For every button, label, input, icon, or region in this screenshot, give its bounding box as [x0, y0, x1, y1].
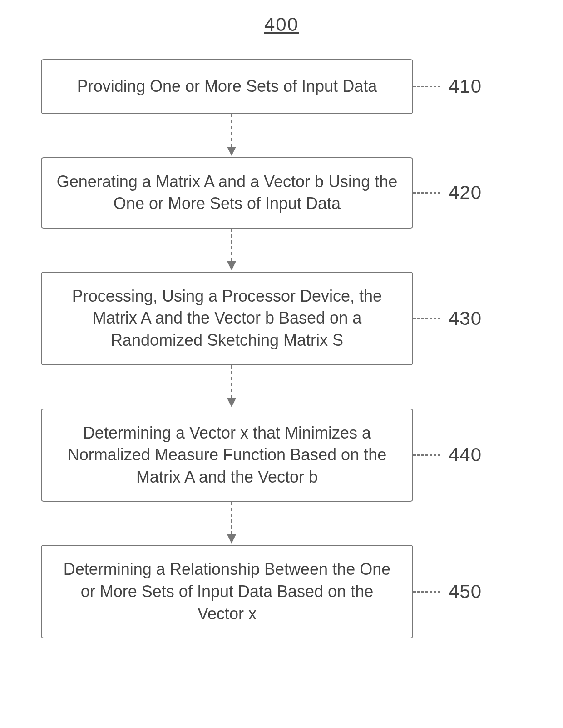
step-id-410: 410 — [449, 75, 482, 97]
leader-line — [413, 591, 440, 593]
leader-420: 420 — [413, 182, 482, 204]
svg-marker-5 — [227, 398, 236, 407]
leader-450: 450 — [413, 581, 482, 603]
figure-number: 400 — [264, 14, 299, 35]
leader-line — [413, 192, 440, 194]
step-id-440: 440 — [449, 444, 482, 466]
step-id-420: 420 — [449, 182, 482, 204]
flowchart: Providing One or More Sets of Input Data… — [32, 59, 531, 638]
step-id-430: 430 — [449, 308, 482, 329]
step-row: Processing, Using a Processor Device, th… — [32, 272, 531, 365]
svg-marker-3 — [227, 261, 236, 270]
step-box-440: Determining a Vector x that Minimizes a … — [41, 409, 413, 502]
leader-440: 440 — [413, 444, 482, 466]
svg-marker-7 — [227, 534, 236, 544]
arrow-down-icon — [32, 502, 531, 545]
leader-410: 410 — [413, 75, 482, 97]
step-id-450: 450 — [449, 581, 482, 603]
step-box-410: Providing One or More Sets of Input Data — [41, 59, 413, 114]
step-row: Providing One or More Sets of Input Data… — [32, 59, 531, 114]
leader-line — [413, 454, 440, 456]
step-box-420: Generating a Matrix A and a Vector b Usi… — [41, 157, 413, 229]
step-row: Generating a Matrix A and a Vector b Usi… — [32, 157, 531, 229]
leader-430: 430 — [413, 308, 482, 329]
arrow-down-icon — [32, 229, 531, 272]
leader-line — [413, 86, 440, 87]
svg-marker-1 — [227, 147, 236, 156]
leader-line — [413, 318, 440, 319]
step-box-430: Processing, Using a Processor Device, th… — [41, 272, 413, 365]
step-row: Determining a Vector x that Minimizes a … — [32, 409, 531, 502]
arrow-down-icon — [32, 114, 531, 157]
step-box-450: Determining a Relationship Between the O… — [41, 545, 413, 638]
step-row: Determining a Relationship Between the O… — [32, 545, 531, 638]
arrow-down-icon — [32, 365, 531, 409]
